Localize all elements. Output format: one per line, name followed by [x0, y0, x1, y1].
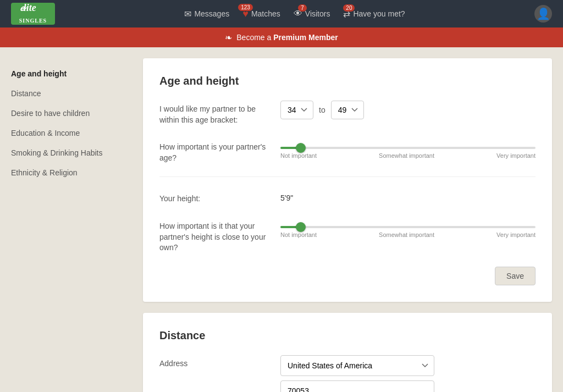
- visitors-badge: 7: [298, 4, 307, 12]
- address-row: Address United States of America Canada …: [159, 355, 536, 392]
- main-layout: Age and height Distance Desire to have c…: [0, 47, 563, 392]
- slider-label-not-important: Not important: [280, 152, 317, 159]
- address-label: Address: [159, 355, 269, 369]
- height-importance-slider-thumb[interactable]: [296, 222, 306, 232]
- premium-cta: Premium Member: [273, 33, 338, 42]
- height-importance-slider-container: Not important Somewhat important Very im…: [280, 218, 536, 238]
- sidebar-item-education-income[interactable]: Education & Income: [11, 123, 132, 143]
- have-you-met-badge: 20: [343, 4, 355, 12]
- sidebar: Age and height Distance Desire to have c…: [11, 58, 132, 392]
- height-slider-label-not-important: Not important: [280, 231, 317, 238]
- sidebar-item-children[interactable]: Desire to have children: [11, 103, 132, 123]
- nav-messages-label: Messages: [194, 9, 229, 18]
- nav-matches-label: Matches: [251, 9, 280, 18]
- save-button[interactable]: Save: [495, 267, 536, 285]
- country-select[interactable]: United States of America Canada United K…: [280, 355, 434, 376]
- avatar-icon: 👤: [537, 7, 550, 20]
- age-bracket-controls: 34 36 38 40 to 49 50 55 60: [280, 101, 536, 119]
- premium-icon: ❧: [225, 32, 232, 43]
- age-importance-slider-thumb[interactable]: [296, 143, 306, 153]
- height-slider-label-somewhat-important: Somewhat important: [379, 231, 434, 238]
- save-row: Save: [159, 267, 536, 285]
- content-area: Age and height I would like my partner t…: [143, 58, 552, 392]
- age-from-select[interactable]: 34 36 38 40: [280, 101, 313, 119]
- premium-text: Become a Premium Member: [236, 33, 338, 42]
- swap-icon-wrap: ⇄ 20: [343, 9, 350, 19]
- age-to-select[interactable]: 49 50 55 60: [331, 101, 364, 119]
- age-height-title: Age and height: [159, 75, 536, 87]
- eye-icon-wrap: 👁 7: [294, 9, 302, 19]
- height-value-container: 5'9": [280, 190, 536, 202]
- sidebar-item-smoking-drinking[interactable]: Smoking & Drinking Habits: [11, 143, 132, 163]
- logo-text: 𝓮liteSINGLES: [19, 2, 47, 25]
- age-importance-slider-track[interactable]: [280, 147, 536, 149]
- sidebar-item-ethnicity-religion[interactable]: Ethnicity & Religion: [11, 163, 132, 183]
- age-importance-label: How important is your partner's age?: [159, 139, 269, 163]
- address-fields: United States of America Canada United K…: [280, 355, 536, 392]
- height-label: Your height:: [159, 190, 269, 205]
- height-slider-label-very-important: Very important: [496, 231, 536, 238]
- distance-card: Distance Address United States of Americ…: [143, 313, 552, 392]
- slider-label-somewhat-important: Somewhat important: [379, 152, 434, 159]
- nav-have-you-met-label: Have you met?: [353, 9, 405, 18]
- divider-1: [159, 176, 536, 177]
- age-bracket-label: I would like my partner to be within thi…: [159, 101, 269, 125]
- envelope-icon: ✉: [184, 9, 191, 19]
- age-to-label: to: [319, 106, 325, 114]
- age-importance-slider-container: Not important Somewhat important Very im…: [280, 139, 536, 159]
- sidebar-item-age-height[interactable]: Age and height: [11, 64, 132, 84]
- age-bracket-selects: 34 36 38 40 to 49 50 55 60: [280, 101, 536, 119]
- matches-badge: 123: [238, 4, 253, 11]
- address-controls: United States of America Canada United K…: [280, 355, 536, 392]
- age-importance-row: How important is your partner's age? Not…: [159, 139, 536, 163]
- main-nav: ✉ Messages ♥ 123 Matches 👁 7 Visitors ⇄ …: [66, 8, 523, 20]
- logo[interactable]: 𝓮liteSINGLES: [11, 3, 55, 25]
- age-importance-slider-labels: Not important Somewhat important Very im…: [280, 152, 536, 159]
- nav-messages[interactable]: ✉ Messages: [184, 9, 229, 19]
- sidebar-item-distance[interactable]: Distance: [11, 84, 132, 103]
- height-importance-slider-labels: Not important Somewhat important Very im…: [280, 231, 536, 238]
- height-importance-label: How important is it that your partner's …: [159, 218, 269, 253]
- heart-icon-wrap: ♥ 123: [242, 8, 249, 20]
- height-importance-slider-track[interactable]: [280, 226, 536, 228]
- height-value: 5'9": [280, 190, 536, 202]
- nav-have-you-met[interactable]: ⇄ 20 Have you met?: [343, 9, 405, 19]
- zip-input[interactable]: [280, 380, 434, 392]
- avatar[interactable]: 👤: [534, 5, 552, 23]
- nav-matches[interactable]: ♥ 123 Matches: [242, 8, 280, 20]
- nav-visitors[interactable]: 👁 7 Visitors: [294, 9, 330, 19]
- nav-visitors-label: Visitors: [305, 9, 330, 18]
- slider-label-very-important: Very important: [496, 152, 536, 159]
- distance-title: Distance: [159, 329, 536, 342]
- height-importance-row: How important is it that your partner's …: [159, 218, 536, 253]
- height-row: Your height: 5'9": [159, 190, 536, 205]
- header: 𝓮liteSINGLES ✉ Messages ♥ 123 Matches 👁 …: [0, 0, 563, 27]
- age-height-card: Age and height I would like my partner t…: [143, 58, 552, 302]
- premium-banner[interactable]: ❧ Become a Premium Member: [0, 27, 563, 47]
- age-bracket-row: I would like my partner to be within thi…: [159, 101, 536, 125]
